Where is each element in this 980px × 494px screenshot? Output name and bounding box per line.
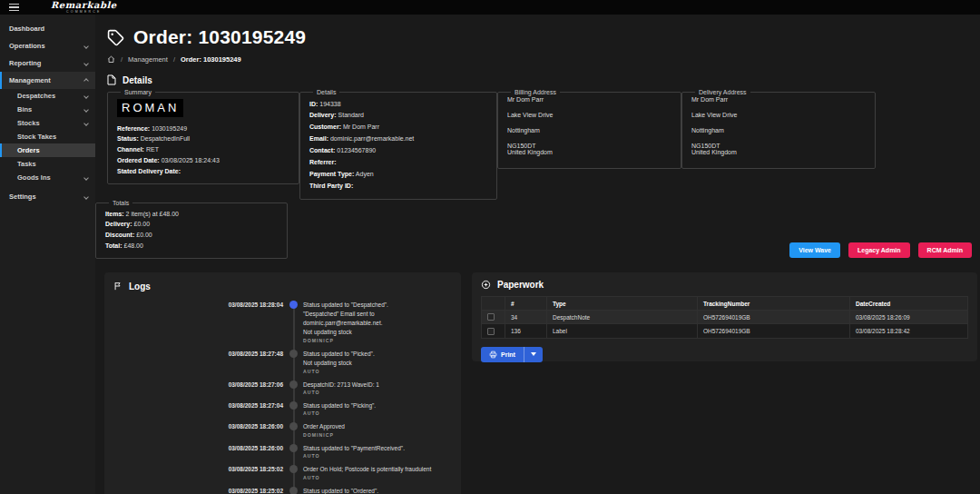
print-button[interactable]: Print bbox=[481, 347, 524, 362]
log-timestamp: 03/08/2025 18:27:06 bbox=[223, 380, 283, 395]
details-field: Referrer: bbox=[309, 158, 487, 166]
breadcrumb-current: Order: 1030195249 bbox=[181, 55, 241, 64]
address-line: Mr Dom Parr bbox=[691, 96, 866, 103]
sidebar-item-reporting[interactable]: Reporting bbox=[0, 54, 95, 72]
cell-num: 136 bbox=[505, 324, 547, 338]
roman-brand-logo: ROMAN bbox=[117, 99, 183, 117]
sidebar-item-tasks[interactable]: Tasks bbox=[0, 157, 95, 171]
sidebar: Dashboard Operations Reporting Managemen… bbox=[0, 15, 95, 494]
col-num: # bbox=[505, 297, 547, 311]
sidebar-item-stocks[interactable]: Stocks bbox=[0, 116, 95, 130]
document-icon bbox=[107, 74, 116, 85]
timeline-dot[interactable] bbox=[289, 465, 298, 473]
totals-field: Delivery: £0.00 bbox=[105, 220, 278, 228]
timeline-dot[interactable] bbox=[289, 301, 298, 309]
cell-type: DespatchNote bbox=[547, 311, 698, 324]
caret-down-icon bbox=[531, 352, 536, 356]
printer-icon bbox=[489, 351, 497, 359]
address-line: Nottingham bbox=[507, 127, 671, 133]
print-button-label: Print bbox=[501, 351, 515, 358]
log-user: DOMINICP bbox=[303, 338, 452, 343]
timeline-dot[interactable] bbox=[289, 401, 298, 410]
totals-panel: Totals Items: 2 item(s) at £48.00 Delive… bbox=[95, 200, 288, 259]
sidebar-item-bins[interactable]: Bins bbox=[0, 103, 95, 116]
sidebar-item-dashboard[interactable]: Dashboard bbox=[0, 20, 95, 37]
timeline-dot[interactable] bbox=[289, 444, 298, 452]
home-icon[interactable] bbox=[107, 55, 115, 64]
log-entry: 03/08/2025 18:28:04 Status updated to "D… bbox=[223, 301, 452, 343]
logs-timeline: 03/08/2025 18:28:04 Status updated to "D… bbox=[113, 301, 452, 494]
log-user: AUTO bbox=[303, 453, 452, 459]
totals-field: Total: £48.00 bbox=[105, 242, 278, 250]
logs-card: Logs 03/08/2025 18:28:04 Status updated … bbox=[104, 272, 461, 494]
log-timestamp: 03/08/2025 18:26:00 bbox=[223, 444, 283, 459]
sidebar-item-label: Operations bbox=[9, 42, 45, 50]
log-timestamp: 03/08/2025 18:27:48 bbox=[223, 350, 283, 374]
cell-tracking: OH572694019GB bbox=[698, 324, 850, 338]
brand-logo[interactable]: Remarkable COMMERCE bbox=[51, 1, 117, 15]
details-field: Delivery: Standard bbox=[309, 111, 487, 119]
sidebar-item-despatches[interactable]: Despatches bbox=[0, 89, 95, 103]
col-tracking: TrackingNumber bbox=[698, 297, 850, 311]
view-wave-button[interactable]: View Wave bbox=[789, 242, 840, 258]
sidebar-item-goods-ins[interactable]: Goods Ins bbox=[0, 171, 95, 184]
breadcrumb-management[interactable]: Management bbox=[128, 55, 168, 64]
log-user: AUTO bbox=[303, 475, 452, 480]
address-line: Nottingham bbox=[691, 127, 866, 133]
cell-date-created: 03/08/2025 18:26:09 bbox=[850, 311, 968, 324]
timeline-dot[interactable] bbox=[289, 487, 298, 494]
log-message: Status updated to "Despatched". "Despatc… bbox=[303, 301, 452, 343]
legacy-admin-button[interactable]: Legacy Admin bbox=[848, 242, 910, 258]
log-entry: 03/08/2025 18:27:04 Status updated to "P… bbox=[223, 401, 452, 416]
select-all-cell bbox=[482, 297, 505, 311]
timeline-dot[interactable] bbox=[289, 380, 298, 389]
details-field: Email: dominic.parr@remarkable.net bbox=[309, 134, 487, 143]
cell-date-created: 03/08/2025 18:28:42 bbox=[850, 324, 968, 338]
breadcrumb: / Management / Order: 1030195249 bbox=[107, 55, 965, 64]
rcm-admin-button[interactable]: RCM Admin bbox=[918, 242, 972, 258]
details-section-title: Details bbox=[122, 75, 152, 85]
cell-type: Label bbox=[547, 324, 698, 338]
sidebar-item-label: Tasks bbox=[17, 160, 36, 168]
col-date-created: DateCreated bbox=[850, 297, 968, 311]
row-checkbox[interactable] bbox=[487, 313, 495, 321]
totals-field: Discount: £0.00 bbox=[105, 231, 278, 239]
sidebar-item-label: Bins bbox=[17, 105, 32, 114]
print-split-button: Print bbox=[481, 347, 543, 362]
sidebar-item-label: Despatches bbox=[17, 92, 55, 100]
address-line: NG150DT bbox=[507, 143, 671, 149]
timeline-dot[interactable] bbox=[289, 422, 298, 430]
paperwork-header-row: # Type TrackingNumber DateCreated bbox=[482, 297, 968, 311]
table-row[interactable]: 34 DespatchNote OH572694019GB 03/08/2025… bbox=[482, 311, 968, 324]
details-panel: Details ID: 194338 Delivery: Standard Cu… bbox=[299, 89, 497, 200]
table-row[interactable]: 136 Label OH572694019GB 03/08/2025 18:28… bbox=[482, 324, 968, 338]
details-field: Third Party ID: bbox=[309, 182, 487, 190]
log-message: Order On Hold; Postcode is potentially f… bbox=[303, 465, 452, 479]
log-message: Status updated to "Picked". Not updating… bbox=[303, 350, 452, 374]
chevron-down-icon bbox=[83, 107, 89, 113]
paperwork-card: Paperwork # Type TrackingNumber DateCrea… bbox=[472, 272, 977, 361]
sidebar-item-operations[interactable]: Operations bbox=[0, 37, 95, 54]
sidebar-item-settings[interactable]: Settings bbox=[0, 188, 95, 205]
sidebar-item-label: Stocks bbox=[17, 119, 40, 127]
brand-subtitle: COMMERCE bbox=[66, 11, 101, 15]
details-field: Customer: Mr Dom Parr bbox=[309, 123, 487, 131]
chevron-down-icon bbox=[83, 121, 89, 126]
timeline-dot[interactable] bbox=[289, 350, 298, 358]
brand-name: Remarkable bbox=[51, 1, 117, 10]
sidebar-item-management[interactable]: Management bbox=[0, 72, 95, 89]
delivery-address-legend: Delivery Address bbox=[695, 89, 750, 95]
sidebar-item-orders[interactable]: Orders bbox=[0, 143, 95, 157]
sidebar-item-stock-takes[interactable]: Stock Takes bbox=[0, 130, 95, 143]
sidebar-item-label: Settings bbox=[9, 193, 36, 201]
breadcrumb-separator: / bbox=[121, 55, 122, 64]
hamburger-icon[interactable] bbox=[0, 4, 27, 12]
log-timestamp: 03/08/2025 18:28:04 bbox=[223, 301, 283, 343]
print-dropdown-button[interactable] bbox=[524, 347, 543, 362]
summary-field: Stated Delivery Date: bbox=[117, 167, 289, 175]
sidebar-item-label: Orders bbox=[17, 146, 40, 154]
details-field: Payment Type: Adyen bbox=[309, 170, 487, 178]
row-checkbox[interactable] bbox=[487, 328, 495, 335]
chevron-down-icon bbox=[83, 44, 89, 49]
details-legend: Details bbox=[313, 89, 339, 95]
